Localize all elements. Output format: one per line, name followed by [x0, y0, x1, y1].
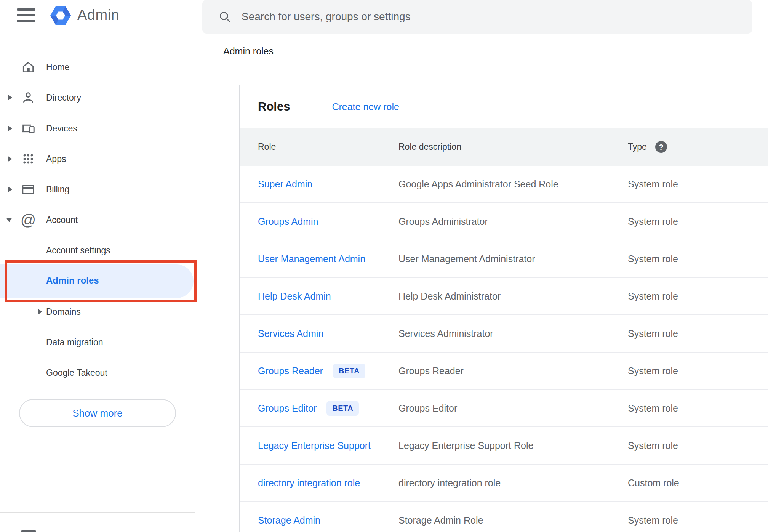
role-description: directory integration role	[398, 465, 501, 501]
column-header-type-label: Type	[628, 142, 647, 152]
show-more-label: Show more	[72, 407, 123, 419]
sidebar-item-account-settings[interactable]: Account settings	[0, 240, 196, 261]
home-icon	[21, 60, 35, 74]
google-admin-console: Admin Search for users, groups or settin…	[0, 0, 768, 532]
sidebar-item-label: Home	[46, 62, 69, 72]
sidebar-item-apps[interactable]: Apps	[0, 148, 196, 170]
column-header-role: Role	[258, 128, 276, 166]
sidebar-item-label: Google Takeout	[46, 368, 107, 378]
role-link[interactable]: Legacy Enterprise Support	[258, 440, 371, 451]
roles-table-body: Super Admin Google Apps Administrator Se…	[240, 166, 768, 532]
sidebar-divider	[0, 512, 195, 513]
table-row: Storage Admin Storage Admin Role System …	[240, 502, 768, 532]
chevron-down-icon[interactable]	[6, 218, 12, 222]
role-description: Services Administrator	[398, 315, 493, 352]
role-description: Legacy Enterprise Support Role	[398, 427, 533, 464]
sidebar-item-directory[interactable]: Directory	[0, 87, 196, 108]
beta-badge: BETA	[333, 364, 365, 378]
role-description: Google Apps Administrator Seed Role	[398, 166, 558, 202]
table-row: Legacy Enterprise Support Legacy Enterpr…	[240, 427, 768, 465]
breadcrumb: Admin roles	[223, 46, 274, 57]
role-link[interactable]: Help Desk Admin	[258, 291, 331, 302]
role-type: System role	[628, 502, 678, 532]
table-row: Groups Reader BETA Groups Reader System …	[240, 353, 768, 390]
role-type: System role	[628, 315, 678, 352]
roles-card: Roles Create new role Role Role descript…	[239, 85, 768, 532]
table-row: Groups Editor BETA Groups Editor System …	[240, 390, 768, 427]
role-description: Groups Editor	[398, 390, 457, 426]
panel-title: Roles	[258, 100, 290, 114]
chevron-right-icon[interactable]	[8, 156, 12, 162]
sidebar-item-label: Devices	[46, 123, 77, 134]
role-type: System role	[628, 390, 678, 426]
breadcrumb-divider	[201, 66, 768, 66]
chevron-right-icon[interactable]	[8, 95, 12, 101]
table-row: Groups Admin Groups Administrator System…	[240, 203, 768, 240]
roles-card-header: Roles Create new role	[240, 85, 768, 128]
role-type: System role	[628, 427, 678, 464]
admin-logo-icon	[48, 3, 73, 28]
role-description: Storage Admin Role	[398, 502, 483, 532]
role-link[interactable]: User Management Admin	[258, 253, 365, 264]
sidebar-item-devices[interactable]: Devices	[0, 118, 196, 139]
credit-card-icon	[21, 182, 35, 197]
role-link[interactable]: Groups Editor	[258, 403, 317, 414]
role-link[interactable]: Super Admin	[258, 179, 312, 190]
table-row: Super Admin Google Apps Administrator Se…	[240, 166, 768, 203]
at-sign-icon: @	[21, 213, 35, 227]
search-input[interactable]: Search for users, groups or settings	[242, 11, 411, 23]
role-type: Custom role	[628, 465, 679, 501]
table-row: Services Admin Services Administrator Sy…	[240, 315, 768, 353]
chevron-right-icon[interactable]	[38, 309, 42, 315]
table-header-row: Role Role description Type ?	[240, 128, 768, 166]
role-link[interactable]: directory integration role	[258, 478, 360, 489]
devices-icon	[21, 121, 35, 136]
role-link[interactable]: Storage Admin	[258, 515, 320, 526]
sidebar-item-label: Account	[46, 215, 78, 225]
sidebar-item-label: Account settings	[46, 245, 110, 256]
beta-badge: BETA	[326, 401, 359, 416]
sidebar-item-data-migration[interactable]: Data migration	[0, 332, 196, 353]
search-icon	[218, 10, 232, 24]
sidebar-item-admin-roles[interactable]: Admin roles	[46, 275, 99, 286]
role-link[interactable]: Services Admin	[258, 328, 323, 339]
clipped-bottom-icon	[21, 530, 36, 532]
sidebar-item-billing[interactable]: Billing	[0, 179, 196, 200]
sidebar-item-label: Billing	[46, 184, 69, 195]
role-type: System role	[628, 203, 678, 240]
sidebar-item-google-takeout[interactable]: Google Takeout	[0, 362, 196, 383]
role-link[interactable]: Groups Reader	[258, 365, 323, 377]
sidebar-item-domains[interactable]: Domains	[0, 301, 196, 322]
table-row: User Management Admin User Management Ad…	[240, 240, 768, 278]
sidebar-item-home[interactable]: Home	[0, 56, 196, 78]
column-header-description: Role description	[398, 128, 461, 166]
chevron-right-icon[interactable]	[8, 125, 12, 131]
help-icon[interactable]: ?	[655, 141, 667, 153]
sidebar-item-label: Domains	[46, 307, 81, 317]
role-type: System role	[628, 240, 678, 277]
table-row: Help Desk Admin Help Desk Administrator …	[240, 278, 768, 315]
role-type: System role	[628, 353, 678, 389]
person-icon	[21, 90, 35, 105]
show-more-button[interactable]: Show more	[19, 399, 176, 427]
chevron-right-icon[interactable]	[8, 186, 12, 192]
role-description: Groups Reader	[398, 353, 464, 389]
apps-grid-icon	[21, 152, 35, 166]
sidebar-item-label: Apps	[46, 154, 66, 164]
hamburger-menu-icon[interactable]	[17, 8, 35, 22]
sidebar-item-account[interactable]: @ Account	[0, 209, 196, 231]
sidebar-item-label: Directory	[46, 93, 81, 103]
role-description: Help Desk Administrator	[398, 278, 501, 314]
sidebar-item-label: Data migration	[46, 337, 103, 348]
table-row: directory integration role directory int…	[240, 465, 768, 502]
search-bar[interactable]: Search for users, groups or settings	[202, 0, 752, 34]
role-description: User Management Administrator	[398, 240, 535, 277]
role-type: System role	[628, 166, 678, 202]
role-link[interactable]: Groups Admin	[258, 216, 318, 227]
create-new-role-link[interactable]: Create new role	[332, 101, 399, 112]
role-type: System role	[628, 278, 678, 314]
app-title: Admin	[77, 7, 119, 23]
column-header-type: Type ?	[628, 128, 667, 166]
role-description: Groups Administrator	[398, 203, 488, 240]
